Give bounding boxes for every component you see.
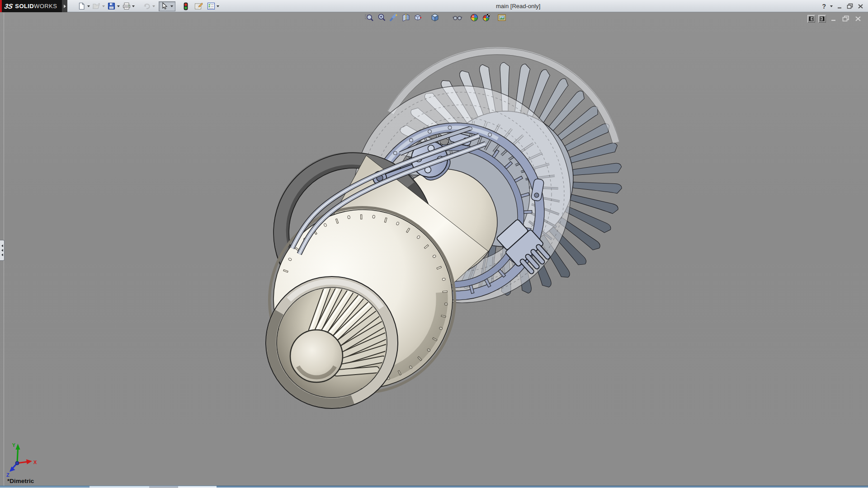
window-title: main [Read-only]: [496, 3, 540, 9]
status-segment: [217, 486, 868, 488]
apply-scene-button[interactable]: [481, 13, 491, 23]
interference-detection-button[interactable]: [181, 1, 190, 11]
open-icon: [93, 3, 101, 10]
print-icon: [123, 2, 131, 10]
appearance-ball-icon: [470, 13, 479, 22]
status-segment: [178, 486, 217, 488]
save-button[interactable]: [107, 1, 116, 11]
view-settings-icon: [497, 13, 506, 22]
main-toolbar: [77, 1, 221, 11]
open-button[interactable]: [92, 1, 101, 11]
undo-icon: [143, 3, 151, 10]
menu-expand-button[interactable]: [62, 0, 67, 12]
edit-component-button[interactable]: [194, 1, 203, 11]
previous-view-button[interactable]: [389, 13, 399, 23]
apply-scene-icon: [482, 13, 491, 22]
status-segment: [149, 486, 178, 488]
edit-appearance-button[interactable]: [469, 13, 479, 23]
dynamic-annotation-views-icon: [414, 13, 423, 22]
checklist-icon: [207, 2, 215, 10]
status-strip: [0, 486, 868, 488]
titlebar: 3S SOLID WORKS: [0, 0, 868, 12]
pane-right-icon: [820, 16, 825, 21]
select-tool[interactable]: [159, 1, 175, 11]
view-orientation-icon: [430, 13, 439, 22]
engine-model-canvas[interactable]: [0, 0, 868, 488]
traffic-light-icon: [184, 2, 188, 10]
new-document-icon: [78, 2, 85, 10]
headsup-view-toolbar: [364, 12, 507, 23]
close-button[interactable]: [858, 4, 863, 9]
status-segment: [0, 486, 90, 488]
triad-y-label: Y: [12, 442, 16, 448]
new-document-button[interactable]: [77, 1, 86, 11]
help-button[interactable]: ?: [822, 3, 826, 10]
doc-minimize-button[interactable]: [829, 14, 838, 23]
solidworks-logo-text-bold: SOLID: [15, 3, 34, 9]
help-dropdown[interactable]: [830, 5, 833, 7]
reference-triad: Y X Z: [4, 442, 45, 480]
previous-view-icon: [389, 13, 398, 22]
eyeglasses-icon: [453, 13, 462, 22]
doc-close-button[interactable]: [854, 14, 863, 23]
new-document-dropdown[interactable]: [87, 5, 90, 7]
titlebar-controls: ?: [822, 0, 863, 12]
view-orientation-button[interactable]: [430, 13, 440, 23]
collapse-pane-right-button[interactable]: [818, 15, 826, 23]
undo-dropdown[interactable]: [152, 5, 155, 7]
select-cursor-icon: [160, 1, 169, 11]
zoom-to-fit-button[interactable]: [364, 13, 374, 23]
solidworks-logo-glyph: 3S: [4, 2, 14, 10]
triad-z-label: Z: [6, 472, 9, 478]
minimize-button[interactable]: [837, 4, 843, 9]
view-settings-button[interactable]: [497, 13, 507, 23]
options-button[interactable]: [206, 1, 216, 11]
triad-x-label: X: [33, 460, 37, 465]
edit-note-icon: [194, 2, 203, 10]
dynamic-annotation-views-button[interactable]: [413, 13, 423, 23]
section-view-icon: [401, 13, 410, 22]
hide-show-items-button[interactable]: [453, 13, 462, 23]
document-window-controls: [807, 14, 863, 23]
zoom-to-fit-icon: [365, 13, 374, 22]
undo-button[interactable]: [142, 1, 151, 11]
shaft-bore: [290, 330, 343, 382]
zoom-to-area-icon: [377, 13, 386, 22]
print-button[interactable]: [122, 1, 131, 11]
collapse-pane-left-button[interactable]: [807, 15, 815, 23]
print-dropdown[interactable]: [132, 5, 135, 7]
doc-restore-button[interactable]: [841, 14, 850, 23]
zoom-to-area-button[interactable]: [377, 13, 387, 23]
section-view-button[interactable]: [401, 13, 411, 23]
save-icon: [108, 2, 115, 10]
feature-tree-collapsed-tab[interactable]: [0, 240, 5, 261]
solidworks-logo-text-light: WORKS: [34, 3, 57, 9]
select-dropdown[interactable]: [170, 5, 173, 7]
solidworks-logo: 3S SOLID WORKS: [0, 0, 62, 12]
status-segment: [90, 486, 149, 488]
options-dropdown[interactable]: [217, 5, 219, 7]
pane-left-icon: [809, 16, 814, 21]
restore-button[interactable]: [847, 3, 854, 9]
view-orientation-label: *Dimetric: [7, 478, 34, 484]
open-dropdown[interactable]: [102, 5, 105, 7]
save-dropdown[interactable]: [117, 5, 120, 7]
